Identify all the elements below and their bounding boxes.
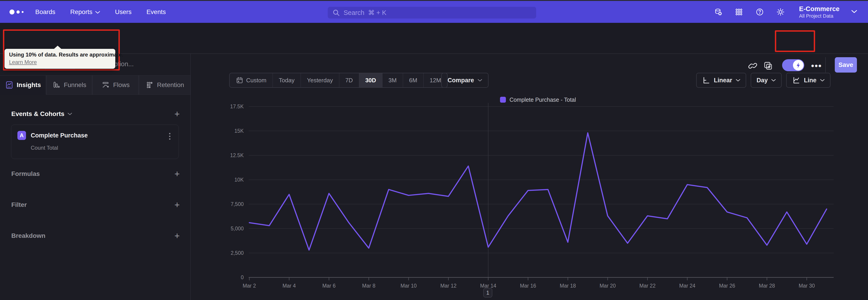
- y-axis-label: 17.5K: [230, 103, 244, 110]
- learn-more-link[interactable]: Learn More: [9, 59, 37, 65]
- sampling-tooltip: Using 10% of data. Results are approxima…: [4, 49, 115, 69]
- y-axis-label: 12.5K: [230, 152, 244, 158]
- x-axis-label: Mar 12: [440, 283, 457, 289]
- line-chart[interactable]: 02,5005,0007,50010K12.5K15K17.5KMar 2Mar…: [0, 0, 868, 300]
- x-axis-label: Mar 28: [759, 283, 775, 289]
- y-axis-label: 15K: [235, 128, 244, 134]
- y-axis-label: 0: [241, 274, 244, 280]
- x-axis-label: Mar 2: [243, 283, 256, 289]
- x-axis-label: Mar 16: [520, 283, 536, 289]
- y-axis-label: 2,500: [230, 250, 244, 256]
- y-axis-label: 7,500: [230, 201, 244, 207]
- x-axis-label: Mar 18: [560, 283, 576, 289]
- series-line-complete-purchase[interactable]: [249, 133, 827, 250]
- x-axis-label: Mar 24: [679, 283, 695, 289]
- x-axis-label: Mar 10: [401, 283, 417, 289]
- x-axis-label: Mar 4: [283, 283, 296, 289]
- y-axis-label: 10K: [235, 177, 244, 183]
- tooltip-arrow: [54, 46, 61, 49]
- x-axis-label: Mar 6: [322, 283, 336, 289]
- tooltip-message: Using 10% of data. Results are approxima…: [9, 52, 111, 58]
- x-axis-label: Mar 30: [799, 283, 815, 289]
- y-axis-label: 5,000: [230, 226, 244, 232]
- x-axis-label: Mar 8: [362, 283, 375, 289]
- app-root: BoardsReportsUsersEvents E-Commerce All …: [0, 0, 868, 300]
- x-axis-label: Mar 22: [640, 283, 656, 289]
- x-axis-label: Mar 20: [599, 283, 616, 289]
- pagination-page-1[interactable]: 1: [483, 288, 492, 298]
- x-axis-label: Mar 26: [719, 283, 735, 289]
